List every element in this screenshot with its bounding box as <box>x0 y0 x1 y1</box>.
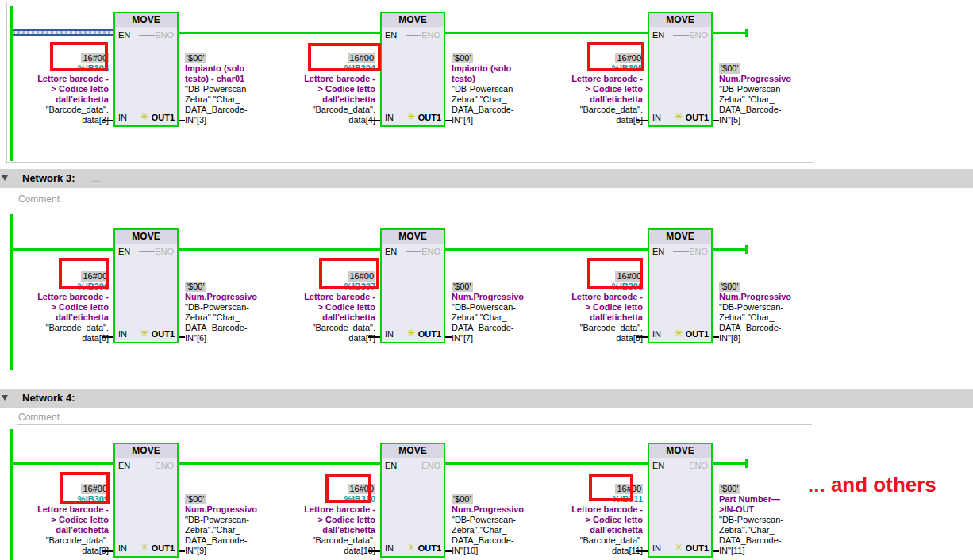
selected-wire[interactable] <box>13 29 113 36</box>
wire[interactable] <box>445 248 648 251</box>
network-title-dots[interactable]: ..... <box>89 394 104 403</box>
network-comment[interactable]: Comment <box>18 194 60 205</box>
operand-path-line: data[9] <box>4 546 109 556</box>
wire[interactable] <box>10 248 113 251</box>
network-comment[interactable]: Comment <box>18 412 60 423</box>
wire[interactable] <box>179 32 380 34</box>
out1-pin: OUT1 <box>686 113 709 122</box>
move-block[interactable]: MOVE EN ENO IN ✳ OUT1 <box>113 12 179 127</box>
out-type-icon: ✳ <box>675 542 683 553</box>
branch-end-tick <box>745 459 748 468</box>
out1-pin: OUT1 <box>152 113 175 122</box>
operand-value-chip[interactable]: '$00' <box>185 494 206 504</box>
operand-path-line: data[8] <box>538 333 643 343</box>
out-connector <box>179 120 185 121</box>
move-block[interactable]: MOVE EN ENO IN ✳ OUT1 <box>648 12 713 127</box>
operand-comment-line: dall'etichetta <box>538 525 643 535</box>
move-block[interactable]: MOVE EN ENO IN ✳ OUT1 <box>648 443 713 558</box>
branch-end-tick <box>745 29 748 37</box>
operand-path-line: data[10] <box>271 546 375 556</box>
en-eno-dash <box>406 466 421 466</box>
move-block[interactable]: MOVE EN ENO IN ✳ OUT1 <box>380 12 445 127</box>
operand-value-chip[interactable]: '$00' <box>185 282 206 292</box>
block-title: MOVE <box>115 13 177 27</box>
move-block[interactable]: MOVE EN ENO IN ✳ OUT1 <box>648 228 713 343</box>
operand-path-line: Zebra"."Char_ <box>719 94 830 105</box>
operand-path-line: IN"[8] <box>719 333 830 343</box>
eno-pin: ENO <box>689 30 708 40</box>
network-title[interactable]: Network 3: <box>22 172 75 184</box>
in-pin: IN <box>118 113 127 122</box>
out-type-icon: ✳ <box>140 111 148 122</box>
wire[interactable] <box>713 462 747 465</box>
in-pin: IN <box>118 329 127 339</box>
operand-comment-line: Lettore barcode - <box>538 74 643 84</box>
operand-path-line: "Barcode_data". <box>4 323 109 333</box>
operand-path-line: data[11] <box>538 546 643 556</box>
move-block[interactable]: MOVE EN ENO IN ✳ OUT1 <box>380 228 445 343</box>
network-header[interactable] <box>0 169 973 188</box>
network-title[interactable]: Network 4: <box>22 392 75 404</box>
network-title-dots[interactable]: ..... <box>89 175 104 183</box>
eno-pin: ENO <box>155 461 174 470</box>
highlight-annotation <box>308 43 381 71</box>
en-pin: EN <box>652 247 664 256</box>
operand-path-line: Zebra"."Char_ <box>719 313 830 323</box>
in-pin: IN <box>652 113 661 122</box>
operand-comment-line: > Codice letto <box>4 515 109 525</box>
operand-path-line: "Barcode_data". <box>271 535 375 546</box>
out1-pin: OUT1 <box>686 543 709 553</box>
operand-path-line: data[5] <box>538 115 643 125</box>
wire[interactable] <box>179 462 380 465</box>
eno-pin: ENO <box>155 247 174 256</box>
out-type-icon: ✳ <box>675 328 683 339</box>
operand-comment-line: dall'etichetta <box>4 313 109 323</box>
collapse-arrow-icon[interactable] <box>2 175 8 181</box>
en-pin: EN <box>118 461 130 470</box>
move-block[interactable]: MOVE EN ENO IN ✳ OUT1 <box>380 443 445 558</box>
operand-comment-line: > Codice letto <box>271 302 375 313</box>
operand-path-line: DATA_Barcode- <box>719 535 830 546</box>
operand-comment-line: Lettore barcode - <box>271 504 375 515</box>
comment-divider <box>17 209 812 209</box>
wire[interactable] <box>179 248 380 251</box>
in-pin: IN <box>385 113 394 122</box>
operand-comment-line: Num.Progressivo <box>719 74 830 84</box>
operand-value-chip[interactable]: '$00' <box>719 282 740 292</box>
operand-value-chip[interactable]: '$00' <box>452 53 473 63</box>
wire[interactable] <box>10 462 113 465</box>
output-operand[interactable]: '$00' Num.Progressivo "DB-Powerscan- Zeb… <box>719 63 830 125</box>
operand-value-chip[interactable]: '$00' <box>719 484 740 494</box>
output-operand[interactable]: '$00' Num.Progressivo "DB-Powerscan- Zeb… <box>719 282 830 343</box>
operand-comment-line: Lettore barcode - <box>271 292 375 302</box>
en-pin: EN <box>385 30 397 40</box>
operand-comment-line: > Codice letto <box>271 515 375 525</box>
network-4-region: Network 4: ..... Comment MOVE EN ENO IN … <box>0 384 973 560</box>
out1-pin: OUT1 <box>152 543 175 553</box>
out-type-icon: ✳ <box>675 111 683 122</box>
operand-path-line: "Barcode_data". <box>538 323 643 333</box>
collapse-arrow-icon[interactable] <box>2 395 8 401</box>
block-title: MOVE <box>649 230 711 244</box>
wire[interactable] <box>713 248 747 251</box>
network-header[interactable] <box>0 389 973 408</box>
operand-value-chip[interactable]: '$00' <box>719 63 740 74</box>
operand-value-chip[interactable]: '$00' <box>452 494 473 504</box>
wire[interactable] <box>445 32 648 34</box>
out-connector <box>445 550 452 552</box>
wire[interactable] <box>445 462 648 465</box>
move-block[interactable]: MOVE EN ENO IN ✳ OUT1 <box>113 228 179 343</box>
wire[interactable] <box>713 32 747 34</box>
operand-value-chip[interactable]: '$00' <box>452 282 473 292</box>
move-block[interactable]: MOVE EN ENO IN ✳ OUT1 <box>113 443 179 558</box>
comment-divider <box>17 424 812 425</box>
operand-comment-line: Lettore barcode - <box>4 292 109 302</box>
in-pin: IN <box>385 329 394 339</box>
eno-pin: ENO <box>421 247 440 256</box>
block-title: MOVE <box>649 13 711 27</box>
operand-value-chip[interactable]: '$00' <box>185 53 206 63</box>
out-connector <box>179 550 185 552</box>
out-type-icon: ✳ <box>407 328 415 339</box>
in-connector <box>636 120 648 121</box>
in-connector <box>636 336 648 338</box>
